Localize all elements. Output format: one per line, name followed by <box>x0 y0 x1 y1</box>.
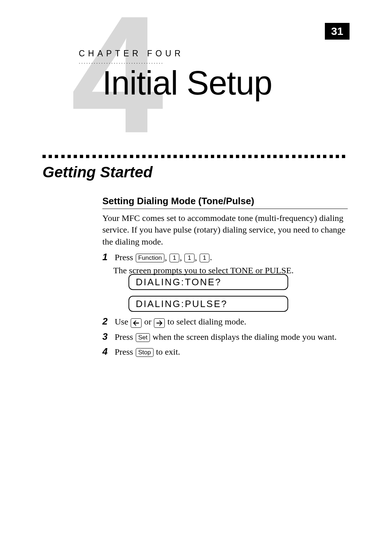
step-1: 1 Press Function, 1, 1, 1. The screen pr… <box>102 250 348 277</box>
step-3: 3 Press Set when the screen displays the… <box>102 330 348 344</box>
steps-list-cont: 2 Use or to select dialing mode. 3 Press… <box>102 315 348 360</box>
step-4: 4 Press Stop to exit. <box>102 345 348 359</box>
step-text: to exit. <box>154 347 180 356</box>
step-text: or <box>142 317 154 326</box>
lcd-display-1: DIALING:TONE? <box>128 274 288 290</box>
section-divider-dots <box>42 155 348 160</box>
key-set: Set <box>136 333 150 342</box>
lcd-display-group: DIALING:TONE? DIALING:PULSE? <box>128 274 288 318</box>
key-function: Function <box>136 254 164 262</box>
subsection-underline <box>102 209 348 209</box>
chapter-title: Initial Setup <box>102 64 272 102</box>
period: . <box>210 253 212 262</box>
key-1: 1 <box>200 254 209 262</box>
step-text: when the screen displays the dialing mod… <box>150 332 336 342</box>
key-1: 1 <box>184 254 194 262</box>
section-title: Getting Started <box>42 164 152 181</box>
page-number: 31 <box>331 25 343 37</box>
lcd-display-2: DIALING:PULSE? <box>128 296 288 312</box>
step-number: 2 <box>102 315 113 329</box>
right-arrow-icon <box>154 318 165 328</box>
step-text: Press <box>115 253 135 262</box>
step-number: 3 <box>102 330 113 344</box>
step-2: 2 Use or to select dialing mode. <box>102 315 348 329</box>
subsection-title: Setting Dialing Mode (Tone/Pulse) <box>102 196 254 207</box>
key-stop: Stop <box>136 348 154 357</box>
chapter-label: CHAPTER FOUR <box>79 49 184 59</box>
step-number: 4 <box>102 345 113 359</box>
page: 31 4 CHAPTER FOUR ......................… <box>0 0 392 552</box>
key-1: 1 <box>170 254 179 262</box>
step-number: 1 <box>102 250 113 264</box>
step-text: to select dialing mode. <box>165 317 246 326</box>
page-number-badge: 31 <box>325 23 350 40</box>
step-text: Use <box>115 317 130 326</box>
step-text: Press <box>115 332 135 342</box>
left-arrow-icon <box>131 318 142 328</box>
step-text: Press <box>115 347 135 356</box>
subsection-intro: Your MFC comes set to accommodate tone (… <box>102 212 348 247</box>
